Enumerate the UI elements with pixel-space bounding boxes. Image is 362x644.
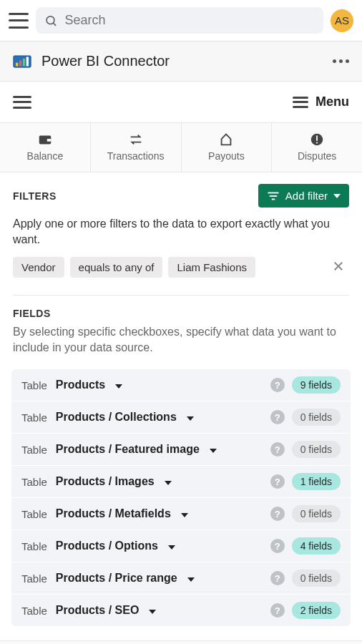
table-prefix: Table (21, 444, 47, 456)
table-name: Products / Price range (56, 572, 177, 585)
table-row[interactable]: TableProducts / Price range?0 fields (11, 562, 351, 595)
inner-menu-bar: Menu (0, 82, 362, 123)
fields-description: By selecting specific checkboxes, specif… (13, 324, 349, 355)
table-name: Products / Collections (56, 411, 177, 424)
more-actions-icon[interactable] (333, 59, 349, 63)
disputes-icon (309, 132, 325, 147)
table-row[interactable]: TableProducts / Metafields?0 fields (11, 498, 351, 530)
search-icon (44, 14, 58, 28)
svg-line-1 (53, 23, 56, 26)
help-icon[interactable]: ? (270, 442, 285, 457)
menu-label: Menu (315, 94, 349, 109)
help-icon[interactable]: ? (270, 474, 285, 489)
search-field-wrap[interactable] (36, 7, 323, 34)
filters-description: Apply one or more filters to the data to… (13, 216, 349, 247)
tab-label: Balance (27, 150, 64, 162)
tab-label: Disputes (298, 150, 336, 162)
svg-rect-5 (23, 58, 25, 66)
tab-label: Transactions (107, 150, 165, 162)
chevron-down-icon (210, 443, 217, 456)
table-row[interactable]: TableProducts / Options?4 fields (11, 530, 351, 562)
menu-button[interactable]: Menu (293, 94, 349, 109)
help-icon[interactable]: ? (270, 571, 285, 585)
app-icon (13, 54, 31, 69)
table-prefix: Table (21, 605, 47, 617)
table-row[interactable]: TableProducts / SEO?2 fields (11, 595, 351, 626)
svg-rect-3 (16, 62, 18, 66)
field-count-badge: 0 fields (292, 570, 341, 587)
field-count-badge: 0 fields (292, 441, 341, 458)
table-prefix: Table (21, 476, 47, 488)
field-count-badge: 2 fields (292, 602, 341, 619)
table-prefix: Table (21, 572, 47, 585)
svg-point-0 (47, 16, 54, 24)
chevron-down-icon (181, 507, 188, 520)
chevron-down-icon (149, 604, 156, 617)
chevron-down-icon (115, 379, 122, 391)
chevron-down-icon (187, 411, 194, 424)
table-name: Products / Metafields (56, 507, 171, 520)
help-icon[interactable]: ? (270, 539, 285, 553)
app-header: Power BI Connector (0, 41, 362, 82)
field-count-badge: 0 fields (292, 409, 341, 426)
filters-title: FILTERS (13, 190, 57, 202)
table-row[interactable]: TableProducts / Featured image?0 fields (11, 434, 351, 466)
filter-chip-field[interactable]: Vendor (13, 257, 64, 278)
app-title: Power BI Connector (41, 53, 170, 69)
transactions-icon (128, 132, 144, 147)
help-icon[interactable]: ? (270, 410, 285, 424)
table-name: Products / Featured image (56, 443, 200, 456)
table-row[interactable]: TableProducts / Images?1 fields (11, 466, 351, 498)
filter-chip-operator[interactable]: equals to any of (70, 257, 163, 278)
table-row[interactable]: TableProducts / Collections?0 fields (11, 401, 351, 434)
svg-rect-4 (19, 60, 21, 66)
field-count-badge: 4 fields (292, 537, 341, 555)
user-avatar[interactable]: AS (331, 9, 353, 32)
table-name: Products (56, 379, 105, 391)
tables-list: TableProducts?9 fieldsTableProducts / Co… (11, 369, 351, 626)
add-filter-button[interactable]: Add filter (258, 184, 349, 208)
tab-balance[interactable]: Balance (0, 123, 91, 172)
field-count-badge: 0 fields (292, 505, 341, 522)
svg-rect-8 (47, 139, 52, 142)
table-name: Products / Images (56, 475, 155, 488)
tab-payouts[interactable]: Payouts (182, 123, 273, 172)
help-icon[interactable]: ? (270, 507, 285, 521)
remove-filter-icon[interactable] (328, 257, 349, 278)
global-topbar: AS (0, 0, 362, 41)
table-row[interactable]: TableProducts?9 fields (11, 369, 351, 401)
tab-transactions[interactable]: Transactions (91, 123, 182, 172)
field-count-badge: 1 fields (292, 473, 341, 490)
chevron-down-icon (168, 540, 175, 552)
table-name: Products / SEO (56, 604, 139, 617)
tab-label: Payouts (208, 150, 245, 162)
help-icon[interactable]: ? (270, 378, 285, 392)
help-icon[interactable]: ? (270, 603, 285, 618)
wallet-icon (37, 132, 53, 147)
table-prefix: Table (21, 540, 47, 552)
fields-title: FIELDS (13, 308, 51, 319)
table-name: Products / Options (56, 540, 158, 552)
table-prefix: Table (21, 411, 47, 424)
chevron-down-icon (165, 475, 172, 488)
chevron-down-icon (187, 572, 195, 585)
filter-chip-value[interactable]: Liam Fashions (168, 257, 255, 278)
fields-section: FIELDS By selecting specific checkboxes,… (0, 296, 362, 369)
chevron-down-icon (333, 194, 341, 198)
svg-rect-11 (316, 142, 318, 144)
filter-lines-icon (267, 191, 280, 201)
footer-area (0, 640, 362, 644)
inner-menu-icon[interactable] (13, 96, 31, 109)
search-input[interactable] (65, 13, 315, 28)
svg-rect-10 (316, 136, 318, 141)
payouts-icon (218, 132, 234, 147)
add-filter-label: Add filter (285, 190, 328, 202)
tabs-bar: Balance Transactions Payouts Disputes (0, 123, 362, 172)
table-prefix: Table (21, 508, 47, 520)
filter-row: Vendor equals to any of Liam Fashions (13, 257, 349, 278)
filters-section: FILTERS Add filter Apply one or more fil… (0, 172, 362, 295)
field-count-badge: 9 fields (292, 376, 341, 394)
tab-disputes[interactable]: Disputes (272, 123, 362, 172)
table-prefix: Table (21, 379, 47, 391)
global-menu-icon[interactable] (9, 13, 29, 29)
